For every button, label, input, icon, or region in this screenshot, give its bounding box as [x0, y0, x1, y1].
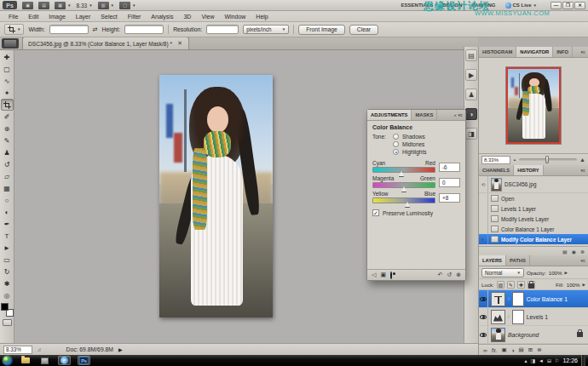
front-image-button[interactable]: Front Image: [298, 25, 345, 35]
layer-mask-thumbnail[interactable]: [512, 310, 524, 324]
opacity-value[interactable]: 100%: [549, 270, 562, 276]
arrange-documents-dropdown[interactable]: ▥▼: [98, 2, 114, 9]
panel-menu-icon[interactable]: ▾≡: [581, 255, 588, 266]
status-options-arrow[interactable]: ▶: [118, 346, 123, 352]
visibility-eye-icon[interactable]: [479, 290, 488, 307]
history-brush-tool[interactable]: ↺: [1, 158, 14, 170]
blur-tool[interactable]: ○: [1, 194, 14, 206]
highlights-label[interactable]: Highlights: [402, 149, 427, 155]
tab-adjustments[interactable]: ADJUSTMENTS: [367, 110, 412, 120]
document-tab[interactable]: DSC3456.jpg @ 8.33% (Color Balance 1, La…: [22, 37, 189, 49]
midtones-label[interactable]: Midtones: [402, 141, 424, 147]
tab-paths[interactable]: PATHS: [506, 255, 530, 266]
yellow-blue-value[interactable]: +8: [439, 193, 460, 203]
history-state[interactable]: Open: [479, 193, 588, 203]
layer-row-background[interactable]: Background: [479, 326, 588, 344]
tab-info[interactable]: INFO: [553, 47, 573, 57]
new-document-from-state-icon[interactable]: ▤: [562, 249, 568, 254]
view-extras-dropdown[interactable]: ▦▼: [55, 2, 71, 9]
3d-rotate-tool[interactable]: ↻: [1, 266, 14, 277]
pen-tool[interactable]: ✒: [1, 218, 14, 230]
start-button[interactable]: [3, 356, 12, 365]
gradient-tool[interactable]: ▦: [1, 182, 14, 194]
new-adjustment-layer-icon[interactable]: ◑: [511, 347, 515, 353]
menu-view[interactable]: View: [196, 11, 219, 22]
taskbar-browser-button[interactable]: e: [58, 356, 71, 365]
brush-tool[interactable]: ✎: [1, 134, 14, 146]
lock-image-icon[interactable]: ✎: [507, 281, 515, 289]
history-brush-source-icon[interactable]: ⟲: [479, 176, 488, 192]
layer-name[interactable]: Background: [508, 332, 539, 338]
move-tool[interactable]: ✚: [1, 51, 14, 63]
panel-menu-icon[interactable]: ▾≡: [581, 47, 588, 57]
yellow-blue-slider[interactable]: [372, 197, 435, 203]
tray-flag-icon[interactable]: ⚐: [555, 357, 559, 363]
fill-value[interactable]: 100%: [567, 282, 580, 288]
quick-mask-button[interactable]: [3, 319, 12, 326]
zoom-tool[interactable]: ◎: [1, 289, 14, 301]
zoom-in-icon[interactable]: ▲: [579, 157, 585, 163]
clock[interactable]: 12:26: [562, 357, 578, 363]
collapse-panel-icon[interactable]: «: [454, 112, 457, 117]
path-selection-tool[interactable]: ►: [1, 242, 14, 254]
navigator-zoom-input[interactable]: 8.33%: [481, 156, 510, 164]
zoom-slider-handle[interactable]: [545, 156, 549, 163]
width-input[interactable]: [49, 25, 89, 34]
layer-style-icon[interactable]: fx.: [492, 347, 498, 353]
tab-close-icon[interactable]: ✕: [176, 40, 183, 47]
history-snapshot-row[interactable]: ⟲ DSC3456.jpg: [479, 176, 588, 193]
delete-adjustment-icon[interactable]: ⊗: [456, 272, 461, 278]
history-state[interactable]: Color Balance 1 Layer: [479, 224, 588, 234]
menu-layer[interactable]: Layer: [71, 11, 96, 22]
cs-live-button[interactable]: CS Live▼: [505, 3, 537, 9]
masks-panel-icon[interactable]: ◨: [465, 128, 477, 140]
tab-history[interactable]: HISTORY: [514, 165, 543, 175]
midtones-radio[interactable]: [393, 141, 399, 147]
tray-network-icon[interactable]: ⊟: [547, 357, 551, 363]
launch-bridge-icon[interactable]: ▣: [22, 2, 33, 9]
crop-tool[interactable]: [1, 99, 14, 111]
minimize-button[interactable]: —: [551, 2, 562, 9]
quick-selection-tool[interactable]: ✦: [1, 87, 14, 99]
new-layer-icon[interactable]: ⊞: [528, 346, 533, 353]
reset-adjustment-icon[interactable]: ↺: [447, 272, 452, 278]
restore-button[interactable]: ❐: [562, 2, 574, 9]
magenta-green-slider[interactable]: [372, 182, 435, 188]
hand-tool[interactable]: ✱: [1, 277, 14, 289]
mini-bridge-icon[interactable]: ▤: [38, 2, 49, 9]
new-snapshot-icon[interactable]: ◉: [572, 249, 576, 254]
history-state[interactable]: Modify Levels Layer: [479, 214, 588, 224]
type-tool[interactable]: T: [1, 230, 14, 242]
clone-source-panel-icon[interactable]: ♟: [465, 89, 477, 100]
view-previous-state-icon[interactable]: ↶: [437, 272, 442, 278]
adjustment-layer-thumbnail[interactable]: [491, 310, 505, 324]
layer-row-levels[interactable]: ⁞ Levels 1: [479, 308, 588, 326]
workspace-essentials-button[interactable]: ESSENTIALS: [401, 3, 434, 8]
clear-button[interactable]: Clear: [349, 25, 378, 35]
marquee-tool[interactable]: ▢: [1, 63, 14, 75]
menu-edit[interactable]: Edit: [23, 11, 43, 22]
menu-3d[interactable]: 3D: [178, 11, 196, 22]
panel-menu-icon[interactable]: ▾≡: [458, 112, 463, 117]
cyan-red-slider[interactable]: [372, 167, 435, 173]
clone-stamp-tool[interactable]: ♟: [1, 146, 14, 158]
menu-help[interactable]: Help: [251, 11, 273, 22]
tray-volume-icon[interactable]: ◄: [539, 358, 544, 363]
adjustments-panel-icon[interactable]: ◑: [465, 108, 477, 120]
histogram-panel-icon[interactable]: ▤: [465, 49, 477, 61]
highlights-radio[interactable]: [393, 149, 399, 155]
eraser-tool[interactable]: ▱: [1, 170, 14, 182]
delete-state-icon[interactable]: ⊗: [580, 249, 585, 254]
lasso-tool[interactable]: ∿: [1, 75, 14, 87]
adjustment-layer-thumbnail[interactable]: [491, 292, 505, 306]
tab-masks[interactable]: MASKS: [412, 110, 437, 120]
lock-position-icon[interactable]: ✚: [517, 281, 525, 289]
delete-layer-icon[interactable]: ⊗: [537, 346, 541, 353]
resolution-unit-select[interactable]: pixels/inch▼: [243, 25, 289, 34]
cyan-red-value[interactable]: -6: [439, 163, 460, 172]
height-input[interactable]: [124, 25, 164, 34]
return-to-adjustment-list-icon[interactable]: ◁: [372, 272, 376, 278]
layer-name[interactable]: Color Balance 1: [527, 296, 568, 302]
workspace-painting-button[interactable]: PAINTING: [471, 3, 495, 8]
history-state[interactable]: Levels 1 Layer: [479, 203, 588, 214]
